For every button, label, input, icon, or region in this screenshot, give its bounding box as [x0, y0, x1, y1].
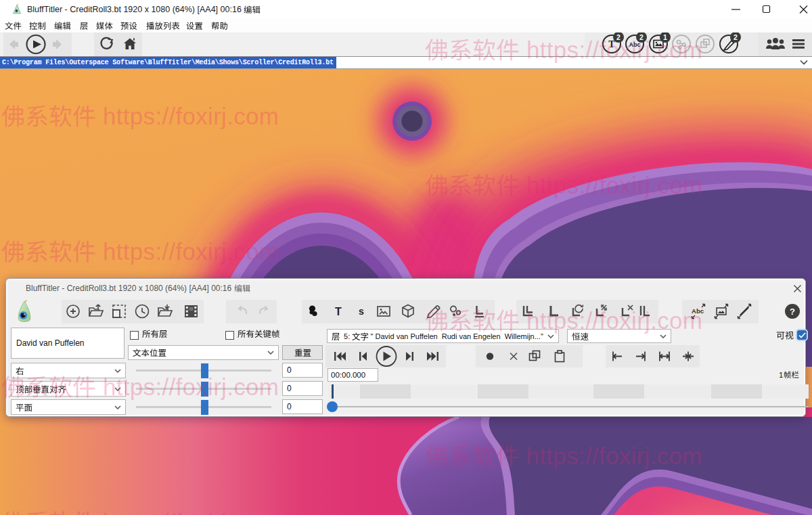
svg-text:T: T	[608, 39, 615, 49]
svg-text:2: 2	[616, 33, 621, 41]
svg-text:2: 2	[639, 33, 644, 41]
svg-text:2: 2	[734, 33, 738, 41]
svg-text:Abc: Abc	[629, 41, 640, 48]
svg-text:1: 1	[663, 33, 667, 41]
